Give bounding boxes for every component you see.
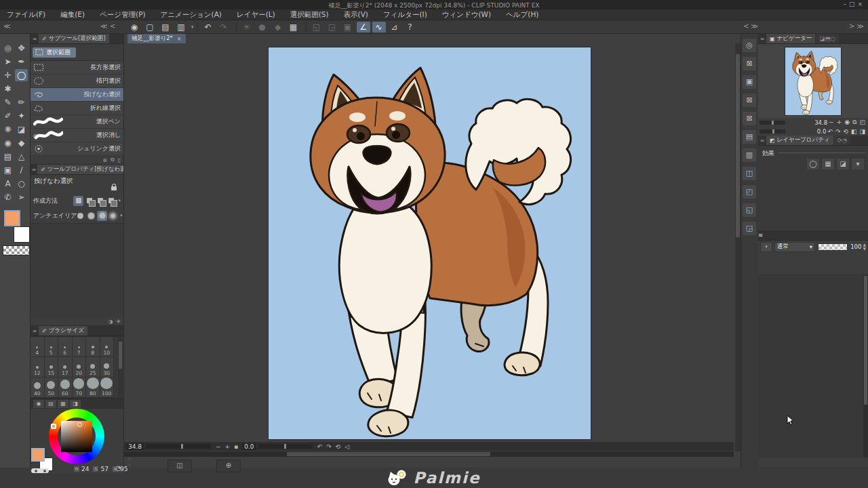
collapse-right2-icon[interactable]: > ≫ (849, 22, 864, 30)
brush-size-7[interactable]: 7 (73, 337, 87, 357)
collapsed-palette-icon-7[interactable]: ◫ (743, 167, 756, 180)
作成方法-option-0[interactable] (73, 196, 83, 206)
rotate-button-0[interactable]: ↶ (317, 443, 323, 450)
chevron-down-icon[interactable]: ▾ (191, 24, 194, 30)
vertical-scrollbar[interactable] (735, 43, 741, 451)
panel-menu-icon[interactable]: ≡ (31, 36, 39, 42)
close-tab-icon[interactable]: × (177, 36, 182, 42)
collapsed-palette-icon-6[interactable]: ▥ (743, 148, 756, 162)
tool-balloon[interactable]: ○ (15, 178, 28, 190)
deselect-icon[interactable]: ◱ (310, 22, 323, 33)
panel-menu-icon[interactable]: ≡ (758, 232, 763, 239)
nav-tab-icon-0[interactable]: ◪ (819, 35, 825, 42)
brush-size-12[interactable]: 12 (31, 357, 45, 378)
brush-size-17[interactable]: 17 (58, 357, 73, 378)
rotation-value[interactable]: 0.0 (242, 443, 256, 450)
tool-property-tab[interactable]: ✐ツールプロパティ[投げなわ選択] (37, 165, 123, 174)
zoom-button-1[interactable]: + (225, 443, 231, 450)
nav-tab-icon-1[interactable]: ⬒ (825, 35, 830, 42)
csp-logo-icon[interactable]: ◉ (127, 22, 141, 33)
subtool-footer-icon-2[interactable]: ▯ (118, 157, 121, 163)
collapsed-palette-icon-10[interactable]: ◲ (743, 222, 756, 235)
nav-rotate-btn-3[interactable]: ◧ (851, 128, 857, 135)
tool-frame-border[interactable]: ▣ (1, 164, 14, 176)
作成方法-option-2[interactable] (95, 196, 105, 206)
tool-auto-select[interactable]: ✱ (1, 83, 14, 95)
nav-rotate-btn-1[interactable]: ↷ (835, 128, 841, 135)
layer-property-tab-icon-1[interactable]: ◔ (842, 137, 847, 144)
brush-size-scrollbar[interactable] (118, 336, 123, 397)
lock-icon[interactable] (111, 186, 117, 190)
snap-to-grid-icon[interactable]: ⊿ (388, 22, 401, 33)
subtool-item[interactable]: 選択消し (31, 129, 123, 142)
zoom-slider[interactable] (146, 444, 211, 449)
nav-zoom-btn-3[interactable]: ⧉ (852, 119, 856, 126)
layer-property-tab-icon-0[interactable]: ⟳ (837, 137, 842, 144)
menu-item[interactable]: 選択範囲(S) (290, 10, 329, 20)
nav-zoom-btn-2[interactable]: ◉ (844, 119, 850, 126)
effect-button-3[interactable]: ▾ (851, 158, 865, 170)
tool-operation[interactable]: ➢ (15, 191, 28, 203)
tool-figure[interactable]: △ (15, 150, 28, 163)
brush-size-25[interactable]: 25 (86, 357, 100, 378)
swatch-switch[interactable] (31, 468, 49, 473)
opacity-value[interactable]: 100 (850, 243, 861, 250)
foreground-color-swatch[interactable] (4, 210, 20, 226)
brush-size-20[interactable]: 20 (73, 357, 87, 378)
fill-icon[interactable]: ● (256, 22, 269, 33)
color-tab-0[interactable]: ◉ (33, 400, 44, 408)
transparent-color-swatch[interactable] (3, 245, 30, 256)
saturation-value-square[interactable] (61, 421, 92, 452)
brush-size-8[interactable]: 8 (86, 337, 100, 357)
brush-size-60[interactable]: 60 (58, 378, 73, 398)
tool-airbrush[interactable]: ✦ (15, 110, 28, 122)
brush-size-4[interactable]: 4 (31, 337, 45, 357)
tool-brush[interactable]: ✐ (1, 110, 14, 122)
brush-size-10[interactable]: 10 (100, 337, 115, 357)
window-controls[interactable]: –□× (843, 1, 865, 7)
subtool-item[interactable]: 選択ペン (31, 115, 123, 129)
canvas-artwork[interactable] (269, 47, 591, 439)
subtool-footer-icon-0[interactable]: ⊕ (102, 157, 107, 163)
subtool-item[interactable]: 折れ線選択 (31, 102, 123, 115)
collapse-right-icon[interactable]: < ≫ (743, 22, 758, 30)
print-icon[interactable]: ▥ (174, 22, 188, 33)
invert-selection-icon[interactable]: ◲ (326, 22, 339, 33)
brush-size-80[interactable]: 80 (86, 378, 100, 398)
collapsed-palette-icon-5[interactable]: ▤ (743, 130, 756, 144)
tool-lasso[interactable]: ◯ (15, 69, 28, 81)
layer-palette-color-button[interactable]: ▾ (760, 242, 772, 252)
collapse-left2-icon[interactable]: ≪ < (100, 22, 115, 30)
collapsed-palette-icon-3[interactable]: ⊠ (743, 94, 756, 107)
tool-property-footer-icon-0[interactable]: ◑ (108, 319, 113, 325)
collapse-left-icon[interactable]: ≪ (3, 22, 10, 30)
tool-lasso2[interactable]: ✆ (1, 191, 14, 203)
horizontal-scrollbar[interactable] (124, 451, 734, 457)
nav-zoom-btn-1[interactable]: + (837, 119, 842, 126)
panel-menu-icon[interactable]: ≡ (758, 138, 766, 144)
nav-rotate-btn-4[interactable]: ◨ (859, 128, 865, 135)
color-tab-2[interactable]: ▦ (58, 400, 68, 408)
chevron-down-icon[interactable]: ▾ (118, 198, 121, 203)
gradient-icon[interactable]: ◆ (271, 22, 285, 33)
background-color-swatch[interactable] (14, 226, 30, 243)
collapsed-palette-icon-0[interactable]: ◎ (743, 39, 756, 52)
tool-zoom[interactable]: ◎ (1, 42, 14, 54)
selection-launcher-icon[interactable]: ▣ (341, 22, 355, 33)
open-file-icon[interactable]: ▤ (159, 22, 172, 33)
menu-item[interactable]: ヘルプ(H) (506, 10, 538, 20)
brush-size-70[interactable]: 70 (73, 378, 87, 398)
subtool-item[interactable]: 長方形選択 (31, 61, 123, 75)
effect-button-0[interactable]: ◯ (806, 158, 820, 170)
collapsed-palette-icon-8[interactable]: ◰ (743, 185, 756, 199)
zoom-button-0[interactable]: − (216, 443, 221, 450)
作成方法-option-1[interactable] (84, 196, 94, 206)
subtool-item[interactable]: 楕円選択 (31, 75, 123, 88)
tool-spacer[interactable] (15, 83, 28, 95)
アンチエイリアス-option-0[interactable] (75, 211, 85, 221)
tool-property-footer-icon-1[interactable]: ✛ (116, 319, 121, 325)
subtool-footer-icon-1[interactable]: ⧉ (111, 157, 115, 163)
layer-list-scrollbar[interactable] (863, 274, 868, 458)
rotation-slider[interactable] (258, 444, 313, 449)
tool-gradient[interactable]: ▤ (1, 150, 14, 163)
